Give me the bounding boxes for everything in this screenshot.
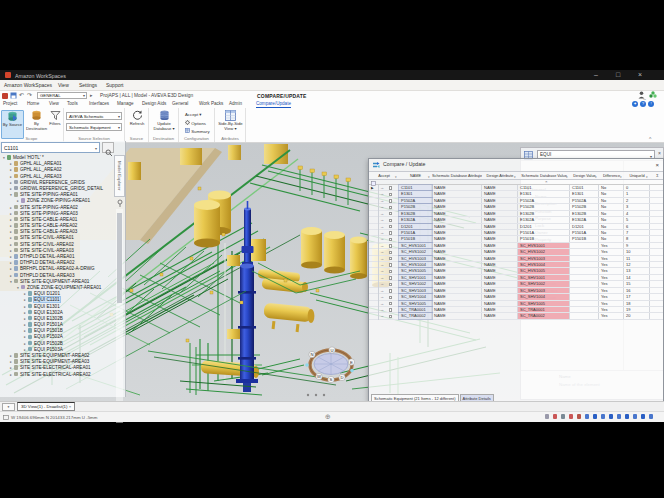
accept-checkbox[interactable] [389,244,392,247]
trim-left-icon[interactable] [601,414,605,418]
tab-admin[interactable]: Admin [229,101,242,106]
search-input[interactable]: C1101▾ [1,142,100,153]
cell-design_attr: NAME [482,230,518,235]
accept-checkbox[interactable] [389,289,392,292]
accept-checkbox[interactable] [389,308,392,311]
mirror-icon[interactable] [649,414,653,418]
refresh-button[interactable]: Refresh [125,110,149,127]
menu-item-amazon-workspaces[interactable]: Amazon WorkSpaces [4,82,52,88]
tab-design-aids[interactable]: Design Aids [142,101,166,106]
accept-checkbox[interactable] [389,225,392,228]
snap-icon[interactable] [633,414,637,418]
accept-checkbox[interactable] [389,315,392,318]
accept-checkbox[interactable] [389,302,392,305]
model-explorer-side-tab[interactable]: Model Explorer [114,155,125,197]
rotate-icon[interactable] [625,414,629,419]
tab-tools[interactable]: Tools [67,101,78,106]
minimize-button[interactable]: – [594,71,598,78]
cell-difference: No [599,185,624,190]
help-icons[interactable]: ✦?! [630,101,654,107]
menu-item-settings[interactable]: Settings [79,82,97,88]
copy-icon[interactable] [561,414,565,419]
attributes-close-icon[interactable]: × [658,150,661,156]
clear-filter-icon[interactable]: × [545,179,548,184]
cell-schematic_attr: NAME [432,211,482,216]
accept-button[interactable]: Accept ▾ [185,112,202,117]
accept-checkbox[interactable] [389,257,392,260]
tab-general[interactable]: General [172,101,188,106]
accept-checkbox[interactable] [389,276,392,279]
by-destination-button[interactable]: By Destination [25,110,48,131]
by-source-button[interactable]: By Source [1,110,24,139]
accept-checkbox[interactable] [389,238,392,241]
options-button[interactable]: Options [185,120,206,126]
compare-row[interactable]: →SC_TRA0002NAMENAMESC_TRA0002Yes20 [369,313,663,319]
list-icon[interactable] [545,414,549,419]
move-icon[interactable] [617,414,621,418]
compare-panel-titlebar[interactable]: Compare / Update × [369,159,663,171]
view-nav-dots[interactable] [307,394,325,396]
accept-checkbox[interactable] [389,219,392,222]
trim-right-icon[interactable] [609,414,613,419]
compare-table-rows[interactable]: ▶→C1101NAMENAMEC1101C1101No0→E1301NAMENA… [369,185,663,320]
redo-icon[interactable]: ↷ [27,91,32,98]
compare-close-icon[interactable]: × [655,160,659,171]
quick-access-more-icon[interactable]: ▸ [90,92,93,98]
accept-checkbox[interactable] [389,263,392,266]
collapse-ribbon-icon[interactable]: ^ [649,136,651,142]
update-database-button[interactable]: Update Database ▾ [152,110,176,131]
view-list-dropdown[interactable]: ▾ [2,403,15,411]
tab-project[interactable]: Project [3,101,17,106]
cell-design_attr: NAME [482,243,518,248]
group-label-attributes: Attributes [215,136,245,141]
maximize-button[interactable]: □ [616,71,620,78]
side-by-side-button[interactable]: Side-By-Side View ▾ [218,110,243,131]
pointer-icon[interactable] [585,414,589,418]
menu-item-support[interactable]: Support [106,82,124,88]
tab-interfaces[interactable]: Interfaces [89,101,109,106]
accept-checkbox[interactable] [389,206,392,209]
summary-table-icon [185,128,190,133]
quick-access-combo[interactable]: GENERAL▾ [37,92,87,99]
summary-button[interactable]: Summary [185,128,210,134]
pin-icon[interactable] [116,199,124,207]
menu-item-view[interactable]: View [58,82,69,88]
target-icon[interactable]: ⊕ [325,413,331,421]
undo-icon[interactable]: ↶ [19,91,24,98]
accept-checkbox[interactable] [389,186,392,189]
status-toolbar[interactable] [545,414,657,421]
extend-icon[interactable] [593,414,597,419]
cut-icon[interactable] [569,414,573,418]
accept-checkbox[interactable] [389,270,392,273]
accept-checkbox[interactable] [389,199,392,202]
accept-checkbox[interactable] [389,193,392,196]
accept-checkbox[interactable] [389,212,392,215]
schematic-source-combo[interactable]: AVEVA Schematic▾ [66,112,122,120]
cell-difference: No [599,236,624,241]
compass-e: E [350,360,353,365]
tab-manage[interactable]: Manage [117,101,134,106]
tab-work-packs[interactable]: Work Packs [199,101,223,106]
close-button[interactable]: × [638,71,642,78]
tab-compare-update[interactable]: Compare/Update [256,101,291,108]
view-tab-close-icon[interactable]: × [69,404,72,409]
tree-item-label: EQUI P1502A [34,334,63,339]
filters-button[interactable]: Filters [47,110,63,127]
accept-checkbox[interactable] [389,283,392,286]
tab-home[interactable]: Home [27,101,39,106]
paste-icon[interactable] [577,414,581,419]
view-compass[interactable]: UNEWSD [305,347,354,383]
active-view-tab[interactable]: 3D View(1) - Drawlist(1) × [17,402,75,411]
origin-icon[interactable] [641,414,645,419]
tree-item[interactable]: ▸SITE SITE-ELECTRICAL-AREA02 [1,372,113,378]
export-icon[interactable] [553,414,557,418]
accept-checkbox[interactable] [389,231,392,234]
search-button[interactable] [102,142,114,153]
accept-checkbox[interactable] [389,296,392,299]
tab-view[interactable]: View [49,101,59,106]
cell-design_value [570,294,599,299]
accept-checkbox[interactable] [389,251,392,254]
compare-table-header[interactable]: Accept▾NAME▾Schematic Database Attribute… [369,171,663,180]
element-type-combo[interactable]: Schematic Equipment▾ [66,123,122,131]
save-icon[interactable] [10,92,17,99]
